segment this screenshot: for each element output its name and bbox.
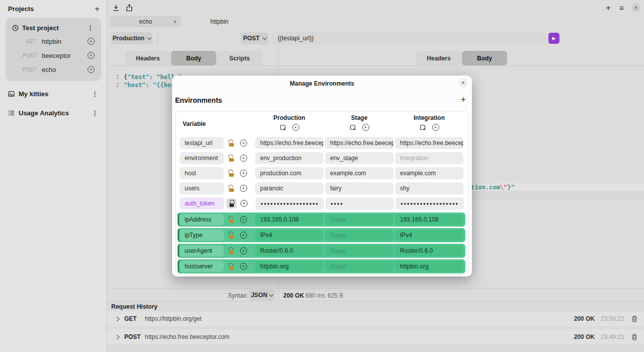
tab-echo[interactable]: echo × [110, 16, 182, 27]
value-input-stage[interactable]: Stage [325, 261, 393, 272]
variable-name-input[interactable]: hostserver [180, 261, 224, 272]
variable-name-input[interactable]: userAgent [180, 245, 224, 256]
add-environment-button[interactable]: + [460, 95, 466, 105]
project-card[interactable]: Test project ⋮ GET httpbin × POST beecep… [6, 18, 101, 81]
value-input-integration[interactable]: ●●●●●●●●●●●●●●●●●● [395, 197, 464, 209]
modal-close-button[interactable]: × [459, 79, 467, 87]
value-input-production[interactable]: env_production [255, 152, 324, 164]
unlock-icon[interactable] [227, 138, 236, 148]
window-close-button[interactable]: × [632, 4, 640, 12]
value-input-integration[interactable]: 193.165.0.108 [395, 214, 463, 225]
add-tab-button[interactable]: + [606, 3, 611, 13]
remove-request-icon[interactable]: × [88, 52, 95, 59]
trash-icon[interactable] [631, 316, 637, 322]
delete-variable-icon[interactable]: × [240, 185, 247, 192]
duplicate-environment-icon[interactable] [350, 124, 356, 131]
value-input-stage[interactable]: ●●●● [326, 197, 394, 209]
unlock-icon[interactable] [227, 169, 236, 178]
send-request-button[interactable]: ▶ [548, 33, 559, 44]
value-input-stage[interactable]: https://echo.free.beecepto [325, 137, 393, 149]
sidebar-item-beeceptor[interactable]: POST beeceptor × [6, 48, 101, 62]
value-input-integration[interactable]: shy [395, 182, 463, 194]
value-input-production[interactable]: Roster/0.6.0 [255, 245, 324, 256]
variable-name-input[interactable]: testapi_url [180, 137, 224, 149]
delete-variable-icon[interactable]: × [240, 155, 247, 162]
tab-request-body[interactable]: Body [171, 51, 216, 65]
close-tab-icon[interactable]: × [174, 19, 177, 25]
delete-variable-icon[interactable]: × [240, 247, 247, 254]
value-input-stage[interactable]: fairy [325, 182, 393, 194]
duplicate-environment-icon[interactable] [420, 124, 426, 131]
delete-variable-icon[interactable]: × [240, 232, 247, 239]
project-kebab-icon[interactable]: ⋮ [86, 24, 95, 32]
tab-httpbin[interactable]: httpbin [193, 16, 246, 27]
value-input-production[interactable]: production.com [255, 167, 324, 179]
value-input-production[interactable]: https://echo.free.beecepto [255, 137, 324, 149]
value-input-stage[interactable]: Stage [325, 230, 393, 241]
remove-request-icon[interactable]: × [88, 38, 95, 45]
duplicate-environment-icon[interactable] [280, 124, 286, 131]
share-icon[interactable] [126, 4, 133, 12]
environment-selector[interactable]: Production [111, 32, 152, 44]
kebab-icon[interactable]: ⋮ [90, 90, 100, 98]
delete-environment-icon[interactable]: × [432, 124, 439, 131]
value-input-integration[interactable]: IPv4 [395, 230, 463, 241]
value-input-integration[interactable]: https://echo.free.beecepto [395, 137, 463, 149]
variable-name-input[interactable]: environment [180, 152, 224, 164]
chevron-right-icon[interactable] [115, 334, 120, 339]
value-input-integration[interactable]: Integration [395, 152, 463, 164]
value-input-stage[interactable]: env_stage [325, 152, 393, 164]
history-row[interactable]: GET https://httpbin.org/get 200 OK 23:50… [107, 311, 644, 326]
value-input-stage[interactable]: example.com [325, 167, 393, 179]
kebab-icon[interactable]: ⋮ [90, 109, 100, 117]
syntax-selector[interactable]: JSON [249, 290, 275, 301]
value-input-production[interactable]: IPv4 [255, 230, 324, 241]
unlock-icon[interactable] [227, 215, 236, 224]
delete-environment-icon[interactable]: × [362, 124, 369, 131]
unlock-icon[interactable] [227, 246, 236, 255]
delete-variable-icon[interactable]: × [240, 216, 247, 223]
value-input-production[interactable]: ●●●●●●●●●●●●●●●●●● [256, 197, 324, 209]
value-input-integration[interactable]: httpbin.org [395, 261, 463, 272]
variable-name-input[interactable]: auth_token [180, 197, 224, 209]
unlock-icon[interactable] [227, 262, 236, 271]
delete-variable-icon[interactable]: × [240, 200, 248, 207]
method-selector[interactable]: POST [240, 32, 269, 44]
tab-response-headers[interactable]: Headers [416, 51, 461, 65]
delete-variable-icon[interactable]: × [240, 139, 247, 147]
unlock-icon[interactable] [227, 184, 236, 193]
sidebar-item-httpbin[interactable]: GET httpbin × [6, 34, 101, 48]
tab-request-scripts[interactable]: Scripts [217, 51, 262, 65]
menu-icon[interactable]: ≡ [619, 4, 624, 12]
sidebar-item-usage-analytics[interactable]: Usage Analytics ⋮ [0, 103, 107, 122]
value-input-stage[interactable]: Stage [325, 245, 393, 256]
add-project-button[interactable]: + [95, 6, 100, 13]
editor-line[interactable]: 1 { "test": "hello" [111, 73, 182, 81]
trash-icon[interactable] [631, 334, 637, 340]
sidebar-item-my-kitties[interactable]: My kitties ⋮ [0, 84, 107, 103]
history-row[interactable]: POST https://echo.free.beeceptor.com 200… [107, 329, 644, 344]
lock-icon[interactable] [226, 198, 236, 208]
download-icon[interactable] [112, 4, 120, 12]
variable-name-input[interactable]: ipAddress [180, 214, 224, 225]
delete-environment-icon[interactable]: × [292, 124, 299, 131]
chevron-right-icon[interactable] [115, 316, 120, 321]
delete-variable-icon[interactable]: × [240, 263, 247, 270]
variable-name-input[interactable]: host [180, 167, 224, 179]
value-input-integration[interactable]: example.com [395, 167, 463, 179]
unlock-icon[interactable] [227, 231, 236, 240]
value-input-production[interactable]: 193.165.0.108 [255, 214, 324, 225]
value-input-stage[interactable]: Stage [325, 214, 393, 225]
variable-name-input[interactable]: users [180, 182, 224, 194]
sidebar-item-echo[interactable]: POST echo × [6, 62, 101, 77]
tab-request-headers[interactable]: Headers [125, 51, 171, 65]
value-input-production[interactable]: paranoic [255, 182, 324, 194]
value-input-integration[interactable]: Roster/0.6.0 [395, 245, 463, 256]
editor-line[interactable]: 2 "host": "{{host [111, 81, 178, 89]
unlock-icon[interactable] [227, 154, 236, 163]
delete-variable-icon[interactable]: × [240, 170, 247, 177]
remove-request-icon[interactable]: × [88, 66, 95, 73]
value-input-production[interactable]: httpbin.org [255, 261, 324, 272]
tab-response-body[interactable]: Body [462, 51, 507, 65]
url-input[interactable]: {{testapi_url}} [272, 32, 545, 44]
